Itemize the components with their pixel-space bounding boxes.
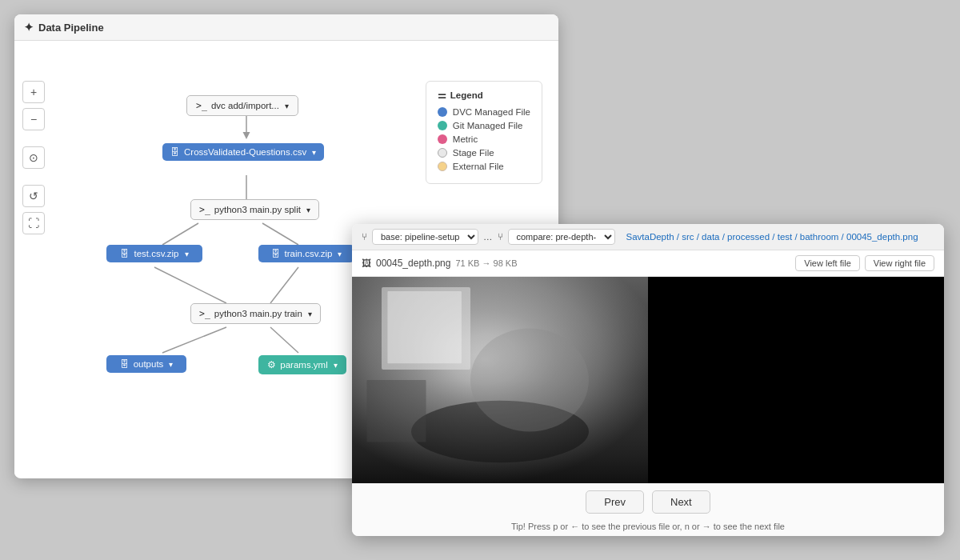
- legend-dvc-dot: [438, 107, 447, 117]
- node-train-stage-label: python3 main.py train: [214, 309, 302, 318]
- compare-branch-select[interactable]: compare: pre-depth-: [508, 229, 615, 245]
- legend-external-dot: [438, 162, 447, 171]
- diff-right-image: [648, 277, 944, 483]
- pipeline-icon: ✦: [24, 21, 34, 34]
- node-train-stage-icon: >_: [199, 308, 210, 319]
- node-split-icon: >_: [199, 204, 210, 215]
- center-button[interactable]: ⊙: [22, 146, 45, 169]
- diff-left-image: [352, 277, 648, 483]
- svg-rect-11: [387, 291, 462, 363]
- svg-line-7: [270, 327, 298, 353]
- file-icon: 🖼: [362, 258, 371, 269]
- legend-git-label: Git Managed File: [453, 121, 523, 130]
- view-buttons: View left file View right file: [795, 255, 934, 271]
- svg-point-13: [470, 329, 589, 432]
- node-train-label: train.csv.zip: [285, 249, 333, 258]
- base-branch-select[interactable]: base: pipeline-setup: [372, 229, 478, 245]
- keyboard-tip: Tip! Press p or ← to see the previous fi…: [352, 522, 944, 531]
- file-info: 🖼 00045_depth.png 71 KB → 98 KB: [362, 258, 517, 269]
- node-params-label: params.yml: [280, 360, 327, 370]
- file-name: 00045_depth.png: [376, 258, 450, 269]
- node-train-icon: 🗄: [271, 249, 281, 258]
- node-test-label: test.csv.zip: [134, 249, 178, 258]
- node-test-icon: 🗄: [120, 249, 130, 258]
- diff-header: ⑂ base: pipeline-setup … ⑂ compare: pre-…: [352, 224, 944, 250]
- diff-images-area: [352, 277, 944, 483]
- svg-line-5: [270, 267, 298, 303]
- node-params-icon: ⚙: [267, 359, 276, 370]
- legend-filter-icon: ⚌: [438, 90, 446, 101]
- diff-panel: ⑂ base: pipeline-setup … ⑂ compare: pre-…: [352, 224, 944, 536]
- node-import-label: dvc add/import...: [211, 101, 279, 110]
- svg-line-4: [154, 267, 226, 303]
- legend-stage-label: Stage File: [453, 148, 494, 158]
- node-outputs-label: outputs: [134, 359, 164, 369]
- diff-footer: Prev Next Tip! Press p or ← to see the p…: [352, 483, 944, 536]
- legend-stage: Stage File: [438, 148, 530, 158]
- node-outputs[interactable]: 🗄 outputs ▾: [106, 355, 186, 373]
- undo-button[interactable]: ↺: [22, 185, 45, 207]
- next-button[interactable]: Next: [652, 490, 710, 514]
- prev-button[interactable]: Prev: [586, 490, 644, 514]
- svg-line-6: [162, 327, 226, 353]
- svg-line-2: [162, 223, 198, 245]
- file-breadcrumb: SavtaDepth / src / data / processed / te…: [626, 232, 918, 242]
- legend-metric: Metric: [438, 134, 530, 144]
- fit-button[interactable]: ⛶: [22, 212, 45, 234]
- legend-dvc-label: DVC Managed File: [453, 107, 530, 117]
- node-import-icon: >_: [196, 100, 207, 111]
- view-right-button[interactable]: View right file: [865, 255, 934, 271]
- node-import[interactable]: >_ dvc add/import... ▾: [186, 95, 298, 116]
- pipeline-title: Data Pipeline: [38, 22, 104, 34]
- view-left-button[interactable]: View left file: [795, 255, 860, 271]
- pipeline-toolbar: + − ⊙ ↺ ⛶: [22, 81, 45, 234]
- node-test[interactable]: 🗄 test.csv.zip ▾: [106, 245, 202, 262]
- node-crossvalidated[interactable]: 🗄 CrossValidated-Questions.csv ▾: [162, 143, 324, 161]
- legend-metric-label: Metric: [453, 134, 478, 144]
- legend-dvc: DVC Managed File: [438, 107, 530, 117]
- node-params[interactable]: ⚙ params.yml ▾: [258, 355, 346, 374]
- zoom-in-button[interactable]: +: [22, 81, 45, 103]
- node-cv-label: CrossValidated-Questions.csv: [184, 147, 306, 157]
- pipeline-legend: ⚌ Legend DVC Managed File Git Managed Fi…: [426, 81, 542, 184]
- svg-rect-14: [367, 380, 426, 442]
- depth-image-svg: [352, 277, 648, 483]
- legend-metric-dot: [438, 134, 447, 144]
- node-train-stage[interactable]: >_ python3 main.py train ▾: [190, 303, 321, 324]
- node-train-file[interactable]: 🗄 train.csv.zip ▾: [258, 245, 354, 262]
- branch-icon2: ⑂: [498, 232, 503, 242]
- file-size: 71 KB → 98 KB: [455, 258, 517, 268]
- node-cv-icon: 🗄: [170, 147, 180, 157]
- legend-external-label: External File: [453, 162, 504, 171]
- legend-external: External File: [438, 162, 530, 171]
- branch-icon: ⑂: [362, 232, 367, 242]
- svg-line-3: [262, 223, 298, 245]
- node-split[interactable]: >_ python3 main.py split ▾: [190, 199, 319, 220]
- node-outputs-icon: 🗄: [120, 359, 130, 369]
- ellipsis-separator: …: [483, 232, 493, 242]
- pipeline-title-bar: ✦ Data Pipeline: [14, 14, 558, 41]
- legend-stage-dot: [438, 148, 447, 158]
- diff-file-bar: 🖼 00045_depth.png 71 KB → 98 KB View lef…: [352, 250, 944, 277]
- legend-git: Git Managed File: [438, 121, 530, 130]
- zoom-out-button[interactable]: −: [22, 108, 45, 130]
- legend-title-text: Legend: [450, 90, 483, 100]
- legend-git-dot: [438, 121, 447, 130]
- node-split-label: python3 main.py split: [214, 205, 301, 214]
